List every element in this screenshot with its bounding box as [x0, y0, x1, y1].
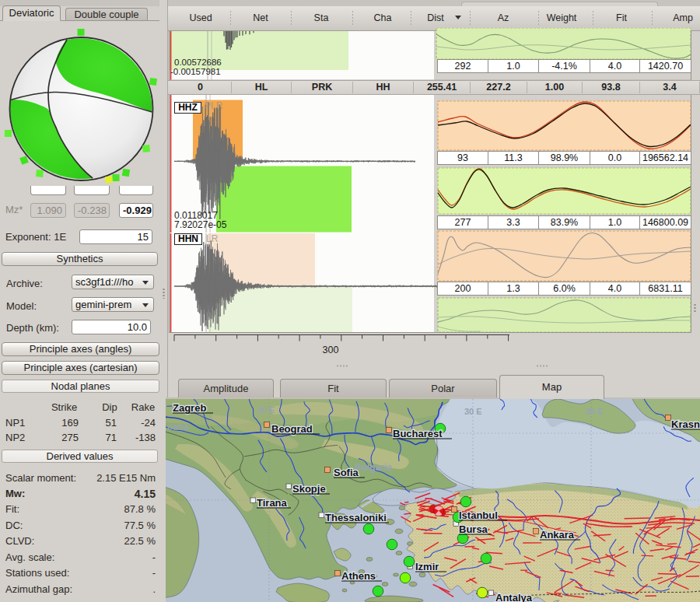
svg-text:0.00572686: 0.00572686	[174, 58, 222, 67]
svg-text:Izmir: Izmir	[415, 561, 439, 572]
svg-text:Antalya: Antalya	[495, 592, 533, 602]
svg-text:7.92027e-05: 7.92027e-05	[174, 219, 227, 230]
svg-text:Bulgaria: Bulgaria	[355, 462, 392, 473]
svg-text:300: 300	[323, 345, 339, 355]
svg-text:Sofia: Sofia	[334, 467, 359, 478]
svg-text:Tirana: Tirana	[257, 497, 288, 509]
svg-text:oatia: oatia	[167, 422, 189, 432]
svg-text:Skopje: Skopje	[292, 483, 326, 495]
svg-text:Istanbul: Istanbul	[459, 509, 498, 521]
svg-text:LR: LR	[206, 233, 219, 244]
svg-text:Beograd: Beograd	[271, 423, 313, 435]
svg-text:Bucharest: Bucharest	[393, 428, 443, 439]
svg-text:Athens: Athens	[341, 570, 376, 582]
svg-text:30 E: 30 E	[464, 407, 482, 416]
svg-text:PLR: PLR	[205, 100, 223, 111]
svg-text:-0.00157981: -0.00157981	[170, 67, 221, 76]
svg-text:Zagreb: Zagreb	[173, 402, 206, 414]
svg-text:Krasn: Krasn	[671, 418, 700, 430]
svg-text:20 E: 20 E	[257, 405, 275, 415]
svg-text:Ankara: Ankara	[540, 529, 575, 541]
svg-text:35 E: 35 E	[586, 407, 604, 416]
svg-text:Thessaloniki: Thessaloniki	[325, 512, 387, 523]
svg-text:Bursa: Bursa	[459, 523, 488, 535]
